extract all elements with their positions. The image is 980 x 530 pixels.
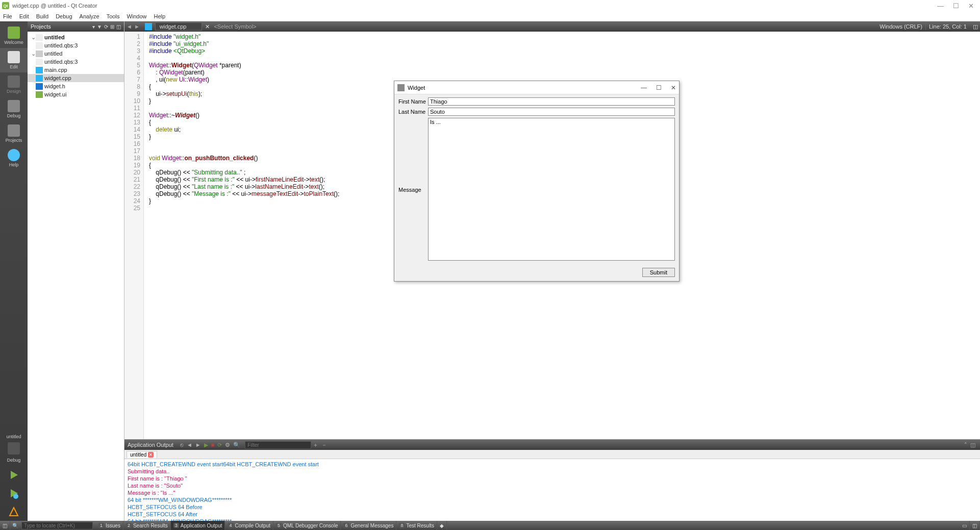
kit-selector[interactable]: untitled Debug (0, 431, 28, 466)
sync-icon[interactable]: ⟳ (104, 24, 108, 30)
status-pane-application-output[interactable]: 3Application Output (171, 521, 225, 530)
tree-node[interactable]: ⌄untitled (28, 49, 124, 58)
add-icon[interactable]: ＋ (313, 441, 318, 449)
output-panel: Application Output ⎋ ◄ ► ▶ ■ ⟳ ⚙ 🔍 ＋ － ˄… (124, 439, 980, 521)
tree-node[interactable]: untitled.qbs:3 (28, 58, 124, 66)
line-ending-selector[interactable]: Windows (CRLF) (876, 23, 925, 30)
dialog-maximize-icon[interactable]: ☐ (656, 84, 662, 91)
tree-node[interactable]: widget.ui (28, 90, 124, 98)
prev-icon[interactable]: ◄ (187, 442, 192, 448)
chevron-down-icon[interactable]: ▾ (92, 24, 95, 30)
tree-node[interactable]: main.cpp (28, 66, 124, 74)
search-icon: 🔍 (233, 442, 240, 448)
run-icon[interactable] (8, 469, 20, 481)
status-pane-qml-debugger-console[interactable]: 5QML Debugger Console (273, 521, 341, 530)
expand-icon[interactable]: ⊞ (110, 24, 114, 30)
last-name-label: Last Name (398, 108, 428, 115)
tree-node[interactable]: ⌄untitled (28, 33, 124, 41)
modebar: Welcome Edit Design Debug Projects Help … (0, 21, 28, 521)
first-name-input[interactable] (428, 97, 675, 106)
minimize-icon[interactable]: — (937, 2, 944, 10)
progress-icon[interactable]: ▭ (960, 521, 970, 530)
status-pane-search-results[interactable]: 2Search Results (123, 521, 171, 530)
svg-point-0 (13, 494, 18, 499)
editor-toolbar: ◄ ► widget.cpp ✕ <Select Symbol> Windows… (124, 21, 980, 32)
status-pane-compile-output[interactable]: 4Compile Output (225, 521, 273, 530)
dialog-title: Widget (408, 85, 425, 91)
projects-tree[interactable]: ⌄untitleduntitled.qbs:3⌄untitleduntitled… (28, 32, 124, 521)
output-text[interactable]: 64bit HCBT_CREATEWND event start64bit HC… (124, 459, 980, 521)
last-name-input[interactable] (428, 108, 675, 116)
widget-dialog: Widget — ☐ ✕ First Name Last Name Messag… (394, 81, 680, 282)
mode-projects[interactable]: Projects (0, 121, 28, 146)
run-out-icon[interactable]: ▶ (204, 442, 208, 448)
tree-node[interactable]: widget.h (28, 82, 124, 90)
dialog-titlebar[interactable]: Widget — ☐ ✕ (394, 81, 679, 94)
menu-edit[interactable]: Edit (19, 13, 29, 19)
close-icon[interactable]: ✕ (968, 2, 974, 10)
status-pane-test-results[interactable]: 8Test Results (396, 521, 437, 530)
mode-design[interactable]: Design (0, 72, 28, 97)
monitor-icon (8, 442, 20, 455)
menu-debug[interactable]: Debug (56, 13, 72, 19)
mode-welcome[interactable]: Welcome (0, 23, 28, 48)
menubar: File Edit Build Debug Analyze Tools Wind… (0, 11, 980, 21)
help-icon (8, 149, 20, 161)
locator-input[interactable] (21, 522, 93, 529)
menu-tools[interactable]: Tools (107, 13, 120, 19)
run-debug-icon[interactable] (8, 487, 20, 499)
status-pane-general-messages[interactable]: 6General Messages (341, 521, 396, 530)
nav-fwd-icon[interactable]: ► (134, 23, 140, 30)
edit-icon (8, 51, 20, 63)
stop-icon[interactable]: ■ (211, 442, 215, 448)
tree-node[interactable]: widget.cpp (28, 74, 124, 82)
menu-file[interactable]: File (3, 13, 12, 19)
toggle-right-sidebar-icon[interactable]: ◫ (970, 521, 980, 530)
projects-panel: Projects ▾ ▼ ⟳ ⊞ ◫ ⌄untitleduntitled.qbs… (28, 21, 124, 521)
split-icon[interactable]: ◫ (116, 24, 121, 30)
statusbar: ◫ 🔍 1Issues2Search Results3Application O… (0, 521, 980, 530)
projects-icon (8, 124, 20, 137)
cursor-position[interactable]: Line: 25, Col: 1 (925, 23, 970, 30)
more-panes-icon[interactable]: ◆ (437, 521, 447, 530)
locator-search-icon: 🔍 (12, 523, 18, 528)
rerun-icon[interactable]: ⟳ (217, 442, 222, 448)
output-filter-input[interactable] (245, 441, 311, 449)
submit-button[interactable]: Submit (642, 268, 675, 277)
split-editor-icon[interactable]: ◫ (973, 23, 978, 30)
settings-icon[interactable]: ⚙ (225, 442, 230, 448)
menu-window[interactable]: Window (127, 13, 146, 19)
message-textarea[interactable] (428, 118, 675, 261)
menu-build[interactable]: Build (36, 13, 48, 19)
remove-icon[interactable]: － (321, 441, 327, 449)
line-gutter: 1234567891011121314151617181920212223242… (124, 32, 144, 439)
projects-header: Projects ▾ ▼ ⟳ ⊞ ◫ (28, 21, 124, 32)
mode-edit[interactable]: Edit (0, 48, 28, 72)
maximize-out-icon[interactable]: ◫ (970, 442, 975, 448)
menu-analyze[interactable]: Analyze (80, 13, 99, 19)
nav-back-icon[interactable]: ◄ (127, 23, 132, 30)
symbol-selector[interactable]: <Select Symbol> (214, 23, 876, 30)
dialog-app-icon (397, 84, 405, 91)
close-tab-icon[interactable]: ✕ (148, 452, 154, 458)
filter-icon[interactable]: ▼ (97, 24, 102, 30)
status-pane-issues[interactable]: 1Issues (96, 521, 123, 530)
projects-title: Projects (31, 23, 90, 30)
maximize-icon[interactable]: ☐ (953, 2, 959, 10)
tree-node[interactable]: untitled.qbs:3 (28, 41, 124, 49)
attach-icon[interactable]: ⎋ (180, 442, 184, 448)
dialog-minimize-icon[interactable]: — (641, 84, 647, 91)
menu-help[interactable]: Help (154, 13, 166, 19)
collapse-icon[interactable]: ˄ (964, 442, 967, 448)
dialog-close-icon[interactable]: ✕ (671, 84, 676, 91)
output-tabs: untitled ✕ (124, 450, 980, 459)
close-doc-icon[interactable]: ✕ (205, 23, 210, 30)
output-tab[interactable]: untitled ✕ (127, 451, 157, 458)
toggle-sidebar-icon[interactable]: ◫ (0, 521, 10, 530)
mode-help[interactable]: Help (0, 146, 28, 170)
build-icon[interactable] (8, 506, 20, 518)
mode-debug[interactable]: Debug (0, 97, 28, 121)
open-doc-selector[interactable]: widget.cpp (155, 22, 203, 31)
next-icon[interactable]: ► (195, 442, 201, 448)
app-logo: Qt (2, 2, 9, 9)
